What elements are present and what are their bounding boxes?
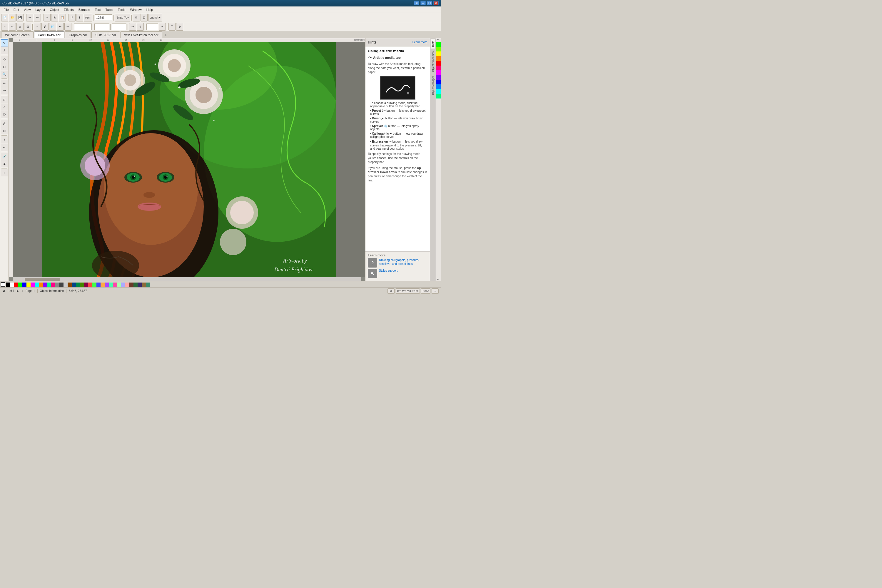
close-button[interactable]: ✕ [434, 1, 439, 5]
v-swatch-9[interactable] [436, 84, 441, 89]
color-swatch-11[interactable] [51, 282, 55, 286]
freehand-tool-button[interactable]: ⤴ [1, 47, 8, 54]
help-link-stylus[interactable]: Stylus support [379, 269, 398, 273]
freehand2-tool-button[interactable]: ✏ [1, 80, 8, 87]
tab-graphics[interactable]: Graphics.cdr [65, 32, 91, 38]
menu-effects[interactable]: Effects [62, 8, 76, 12]
node-button[interactable]: ◇ [16, 23, 24, 31]
paste-button[interactable]: 📋 [59, 14, 66, 21]
color-swatch-23[interactable] [100, 282, 105, 286]
size-input[interactable]: 2.15 cm [74, 24, 92, 30]
color-swatch-13[interactable] [59, 282, 63, 286]
select-mode-button[interactable]: ↖ [9, 23, 16, 31]
new-button[interactable]: 📄 [1, 14, 8, 21]
color-swatch-15[interactable] [68, 282, 72, 286]
tab-add-button[interactable]: + [163, 32, 169, 38]
color-swatch-25[interactable] [109, 282, 113, 286]
measure-tool-button[interactable]: ↔ [1, 144, 8, 151]
menu-help[interactable]: Help [144, 8, 156, 12]
v-swatch-8[interactable] [436, 80, 441, 84]
v-swatch-0[interactable] [436, 42, 441, 47]
color-swatch-22[interactable] [96, 282, 100, 286]
v-swatch-3[interactable] [436, 56, 441, 61]
color-swatch-2[interactable] [14, 282, 18, 286]
color-swatch-32[interactable] [138, 282, 142, 286]
hints-learn-more-link[interactable]: Learn more [412, 40, 428, 44]
color-swatch-29[interactable] [125, 282, 129, 286]
zoom-input[interactable]: 126% [94, 14, 112, 21]
v-swatch-7[interactable] [436, 75, 441, 80]
rotation-input[interactable]: 0.0° [112, 24, 126, 30]
artistic-media-button[interactable]: 〜 [1, 87, 8, 94]
tab-object-manager[interactable]: Object Manager [431, 74, 435, 97]
tab-coreldraw[interactable]: CorelDRAW.cdr [34, 32, 64, 38]
color-swatch-16[interactable] [72, 282, 76, 286]
pick-tool-button[interactable]: ↖ [1, 39, 8, 46]
import-button[interactable]: ⬇ [69, 14, 75, 21]
menu-text[interactable]: Text [92, 8, 103, 12]
menu-view[interactable]: View [21, 8, 33, 12]
export-button[interactable]: ⬆ [76, 14, 83, 21]
color-panel-arrow-up[interactable]: ▲ [436, 38, 441, 42]
menu-table[interactable]: Table [103, 8, 116, 12]
color-swatch-24[interactable] [105, 282, 109, 286]
tab-welcome[interactable]: Welcome Screen [1, 32, 33, 38]
color-panel-arrow-down[interactable]: ▼ [436, 277, 441, 281]
color-swatch-34[interactable] [146, 282, 150, 286]
color-swatch-28[interactable] [121, 282, 125, 286]
menu-file[interactable]: File [1, 8, 11, 12]
extra-button[interactable]: ⊕ [176, 23, 183, 31]
zoom-tool-button[interactable]: 🔍 [1, 70, 8, 78]
status-none-button[interactable]: None [421, 288, 430, 294]
v-swatch-5[interactable] [436, 66, 441, 70]
color-swatch-27[interactable] [117, 282, 121, 286]
artistic-spray-button[interactable]: 💨 [49, 23, 56, 31]
tab-suite[interactable]: Suite 2017.cdr [92, 32, 120, 38]
color-swatch-26[interactable] [113, 282, 117, 286]
crop-tool-button[interactable]: ⊡ [1, 63, 8, 70]
monitor-icon[interactable]: 🖥 [414, 1, 419, 5]
page-nav-next[interactable]: ▶ [17, 289, 19, 292]
help-link-drawing[interactable]: Drawing calligraphic, pressure-sensitive… [379, 258, 428, 266]
smooth-button[interactable]: ⌒ [168, 23, 176, 31]
v-swatch-2[interactable] [436, 51, 441, 56]
view-button[interactable]: ⊡ [141, 14, 148, 21]
v-swatch-11[interactable] [436, 94, 441, 99]
page-add-button[interactable]: + [21, 289, 23, 292]
color-swatch-33[interactable] [142, 282, 146, 286]
v-swatch-10[interactable] [436, 89, 441, 94]
copy-button[interactable]: ⎘ [51, 14, 58, 21]
connector-tool-button[interactable]: ⌇ [1, 136, 8, 144]
menu-bitmaps[interactable]: Bitmaps [76, 8, 93, 12]
color-swatch-4[interactable] [22, 282, 27, 286]
scrollbar-thumb-h[interactable] [25, 278, 60, 281]
pdf-button[interactable]: PDF [84, 14, 92, 21]
color-swatch-7[interactable] [35, 282, 39, 286]
color-swatch-6[interactable] [31, 282, 35, 286]
v-swatch-6[interactable] [436, 70, 441, 75]
color-swatch-18[interactable] [80, 282, 84, 286]
color-swatch-1[interactable] [10, 282, 14, 286]
color-swatch-0[interactable] [6, 282, 10, 286]
tab-livesketch[interactable]: with LiveSketch tool.cdr [120, 32, 162, 38]
color-swatch-30[interactable] [129, 282, 134, 286]
minimize-button[interactable]: ─ [420, 1, 426, 5]
menu-window[interactable]: Window [128, 8, 144, 12]
color-swatch-9[interactable] [43, 282, 47, 286]
ellipse-tool-button[interactable]: ○ [1, 104, 8, 111]
v-swatch-4[interactable] [436, 61, 441, 66]
brush-mode-button[interactable]: ⤷ [1, 23, 8, 31]
undo-button[interactable]: ↩ [26, 14, 33, 21]
restore-button[interactable]: ❐ [427, 1, 432, 5]
snap-to-button[interactable]: Snap To ▾ [115, 14, 130, 21]
opacity-lock-button[interactable]: + [159, 23, 166, 31]
artistic-brush-button[interactable]: 🖌 [42, 23, 48, 31]
page-nav-prev[interactable]: ◀ [2, 289, 5, 292]
artistic-calli-button[interactable]: ✒ [57, 23, 64, 31]
launch-button[interactable]: Launch ▾ [148, 14, 162, 21]
open-button[interactable]: 📂 [9, 14, 16, 21]
opacity-input[interactable]: 100 [146, 24, 158, 30]
rectangle-tool-button[interactable]: □ [1, 96, 8, 103]
tab-hints[interactable]: Hints [431, 39, 435, 49]
v-swatch-1[interactable] [436, 47, 441, 51]
